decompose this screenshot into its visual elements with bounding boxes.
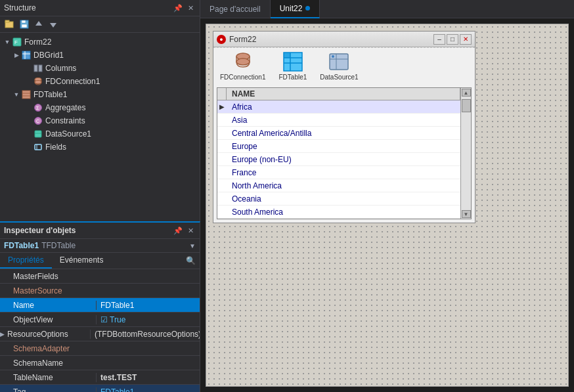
search-icon[interactable]: 🔍 [186,256,196,265]
grid-row-africa[interactable]: ▶ Africa [217,100,460,114]
object-selector-chevron[interactable]: ▼ [189,242,196,250]
tab-unit22-dot [305,6,310,11]
inspector-header: Inspecteur d'objets 📌 ✕ [0,223,200,239]
structure-pin-btn[interactable]: 📌 [173,3,183,13]
grid-vscrollbar[interactable]: ▲ ▼ [460,88,471,219]
component-datasource1[interactable]: DataSource1 [320,51,358,81]
datasource1-label: DataSource1 [320,74,358,81]
tree-label-aggregates: Aggregates [45,103,85,112]
grid-header: NAME [217,88,460,100]
tree-item-constraints[interactable]: ▶ C Constraints [0,114,200,127]
tree-arrow-columns: ▶ [24,65,33,72]
svg-rect-1 [5,20,9,22]
svg-text:F: F [14,39,18,45]
properties-table: MasterFields MasterSource Name FDTable1 … [0,269,200,392]
tree-label-form22: Form22 [24,37,51,47]
grid-row-north-america[interactable]: North America [217,179,460,192]
svg-rect-4 [22,24,27,28]
prop-row-name[interactable]: Name FDTable1 [0,298,200,313]
tree-item-columns[interactable]: ▶ Columns [0,62,200,75]
svg-rect-33 [284,53,290,58]
tree-item-fields[interactable]: ▶ Fields [0,141,200,154]
tree-item-aggregates[interactable]: ▶ Σ Aggregates [0,101,200,114]
tab-accueil[interactable]: Page d'accueil [200,0,271,18]
form-icon: F [12,37,22,47]
svg-rect-13 [39,65,42,72]
grid-row-south-america[interactable]: South America [217,206,460,219]
prop-row-resourceoptions[interactable]: ▶ ResourceOptions (TFDBottomResourceOpti… [0,327,200,341]
prop-name-objectview: ObjectView [11,315,96,324]
grid-row-europe[interactable]: Europe [217,140,460,153]
fdtable1-label: FDTable1 [278,74,307,81]
component-fdconnection1[interactable]: FDConnection1 [220,51,265,81]
prop-value-resourceoptions: (TFDBottomResourceOptions) [90,330,200,339]
prop-name-schemaadapter: SchemaAdapter [11,344,96,353]
inspector-tabs: Propriétés Evénements 🔍 [0,253,200,269]
inspector-title: Inspecteur d'objets [4,226,76,235]
tab-proprietes[interactable]: Propriétés [0,253,52,269]
grid-row-europe-noneu[interactable]: Europe (non-EU) [217,153,460,166]
tab-unit22[interactable]: Unit22 [271,0,320,18]
tree-item-fdconnection1[interactable]: ▶ FDConnection1 [0,75,200,88]
tab-evenements[interactable]: Evénements [52,253,112,269]
grid-cell-europe-noneu: Europe (non-EU) [227,154,460,165]
save-btn[interactable] [18,18,30,30]
svg-rect-3 [22,20,26,23]
form-min-btn[interactable]: – [433,34,445,45]
prop-row-schemaadapter[interactable]: SchemaAdapter [0,341,200,356]
prop-row-tablename[interactable]: TableName test.TEST [0,370,200,385]
open-btn[interactable] [4,18,16,30]
prop-name-tag: Tag [11,387,96,393]
prop-row-schemaname[interactable]: SchemaName [0,356,200,370]
grid-row-oceania[interactable]: Oceania [217,192,460,206]
tree-item-datasource1[interactable]: ▶ DataSource1 [0,127,200,141]
grid-cell-central: Central America/Antilla [227,128,460,139]
structure-close-btn[interactable]: ✕ [185,3,196,13]
prop-row-objectview[interactable]: ObjectView ☑ True [0,313,200,327]
prop-value-name: FDTable1 [96,301,200,310]
object-selector[interactable]: FDTable1 TFDTable ▼ [0,239,200,253]
form-close-btn[interactable]: ✕ [460,34,472,45]
prop-row-mastersource[interactable]: MasterSource [0,284,200,298]
tree-label-fields: Fields [45,142,66,152]
prop-name-mastersource: MasterSource [11,286,96,295]
form-max-btn[interactable]: □ [447,34,458,45]
prop-value-objectview: ☑ True [96,315,200,324]
tree-arrow-datasource1: ▶ [24,131,33,137]
grid-cell-oceania: Oceania [227,194,460,204]
grid-row-asia[interactable]: Asia [217,114,460,127]
form-title-text: Form22 [229,35,256,44]
component-fdtable1[interactable]: FDTable1 [278,51,307,81]
tree-item-dbgrid1[interactable]: ▶ DBGrid1 [0,49,200,62]
svg-rect-25 [35,144,41,150]
form-canvas[interactable]: ● Form22 – □ ✕ [206,24,569,387]
prop-row-masterfields[interactable]: MasterFields [0,269,200,284]
grid-row-france[interactable]: France [217,166,460,179]
inspector-close-btn[interactable]: ✕ [185,225,196,236]
table-icon [21,89,32,100]
datasource-icon [33,129,43,139]
grid-row-central-america[interactable]: Central America/Antilla [217,127,460,140]
left-panel: Structure 📌 ✕ [0,0,200,392]
prop-row-tag[interactable]: Tag FDTable1 [0,385,200,392]
grid-cell-south-america: South America [227,207,460,217]
svg-marker-6 [50,23,56,28]
connection-icon [33,76,43,87]
fields-icon [33,142,43,152]
svg-rect-23 [35,131,41,137]
up-btn[interactable] [33,18,45,30]
down-btn[interactable] [47,18,59,30]
prop-value-tag: FDTable1 [96,387,200,393]
tree-item-fdtable1[interactable]: ▼ FDTable1 [0,88,200,101]
prop-name-name: Name [11,301,96,310]
tree-item-form22[interactable]: ▼ F Form22 [0,35,200,49]
structure-panel: Structure 📌 ✕ [0,0,200,221]
tree-arrow-constraints: ▶ [24,118,33,124]
svg-marker-5 [35,21,42,26]
svg-rect-16 [22,91,30,98]
structure-toolbar [0,16,200,33]
inspector-pin-btn[interactable]: 📌 [173,225,183,236]
svg-rect-12 [34,65,37,72]
constraint-icon: C [33,116,43,126]
components-area: FDConnection1 [213,47,475,84]
